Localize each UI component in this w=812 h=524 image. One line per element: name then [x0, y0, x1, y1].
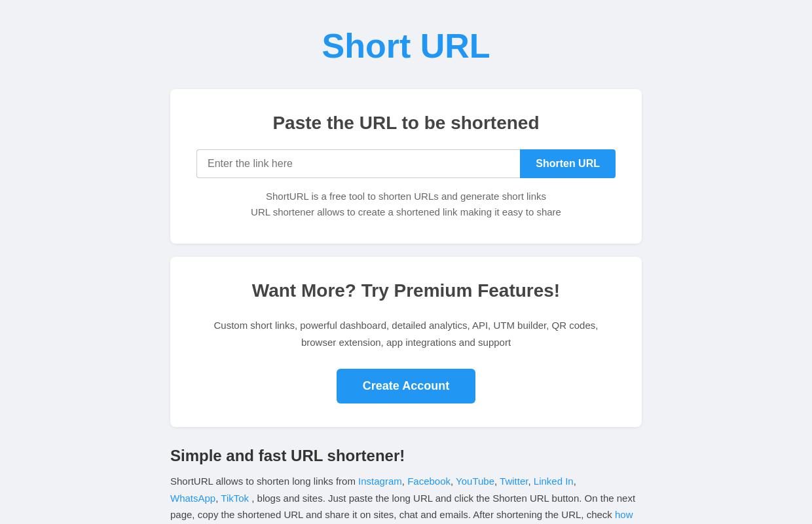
- link-instagram[interactable]: Instagram: [358, 476, 402, 487]
- premium-card-description: Custom short links, powerful dashboard, …: [196, 317, 616, 350]
- premium-card-title: Want More? Try Premium Features!: [196, 280, 616, 301]
- link-twitter[interactable]: Twitter: [500, 476, 528, 487]
- shorten-url-button[interactable]: Shorten URL: [520, 149, 616, 178]
- info-section-title: Simple and fast URL shortener!: [170, 447, 642, 465]
- site-title: Short URL: [170, 26, 642, 66]
- info-text-before-links: ShortURL allows to shorten long links fr…: [170, 476, 356, 487]
- url-card-title: Paste the URL to be shortened: [196, 113, 616, 134]
- link-linkedin[interactable]: Linked In: [534, 476, 574, 487]
- url-desc-line2: URL shortener allows to create a shorten…: [251, 206, 561, 217]
- info-section-text: ShortURL allows to shorten long links fr…: [170, 473, 642, 524]
- url-input[interactable]: [196, 149, 520, 178]
- create-account-button[interactable]: Create Account: [337, 369, 475, 403]
- url-desc-line1: ShortURL is a free tool to shorten URLs …: [266, 191, 546, 202]
- link-facebook[interactable]: Facebook: [407, 476, 451, 487]
- link-youtube[interactable]: YouTube: [456, 476, 494, 487]
- link-whatsapp[interactable]: WhatsApp: [170, 493, 215, 504]
- premium-card: Want More? Try Premium Features! Custom …: [170, 257, 642, 427]
- url-form: Shorten URL: [196, 149, 616, 178]
- link-tiktok[interactable]: TikTok: [221, 493, 249, 504]
- url-shortener-card: Paste the URL to be shortened Shorten UR…: [170, 89, 642, 244]
- info-section: Simple and fast URL shortener! ShortURL …: [170, 440, 642, 524]
- url-card-description: ShortURL is a free tool to shorten URLs …: [196, 189, 616, 220]
